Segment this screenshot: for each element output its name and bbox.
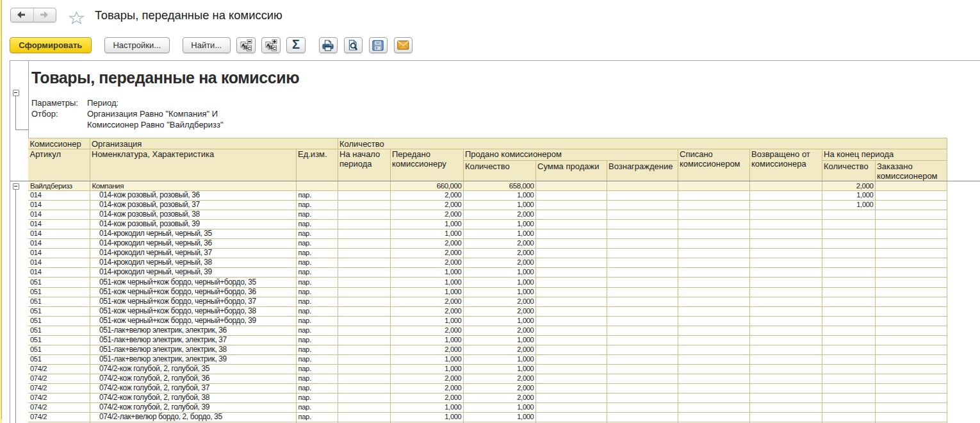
svg-text:C: C [272,46,276,51]
svg-text:C: C [247,46,251,51]
